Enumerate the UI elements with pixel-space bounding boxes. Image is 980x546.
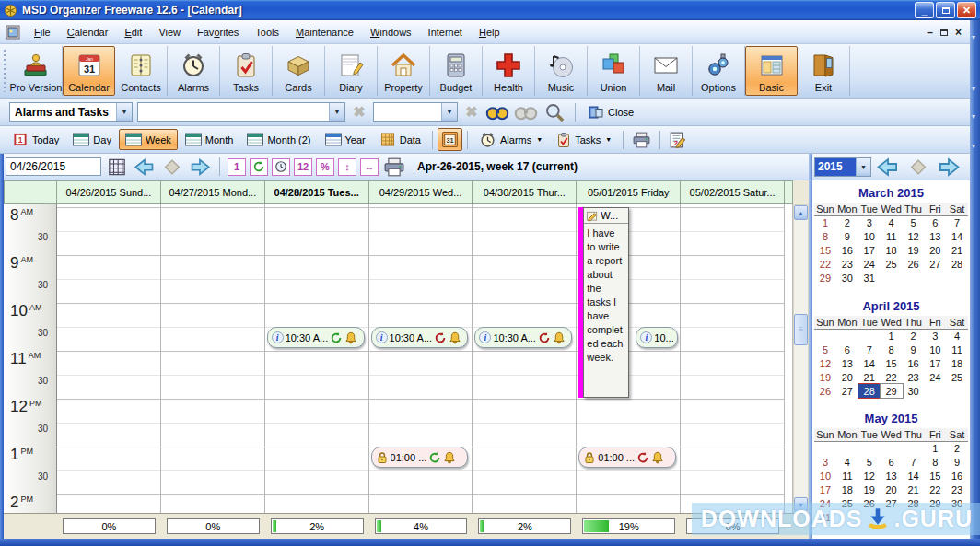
toolbar-pro-version-button[interactable]: Pro Version	[10, 46, 63, 96]
day-header[interactable]: 04/26/2015 Sund...	[57, 180, 161, 204]
toolbar-options-button[interactable]: Options	[693, 46, 745, 96]
view-month-2-button[interactable]: Month (2)	[240, 129, 317, 150]
minical-day[interactable]: 30	[903, 384, 925, 398]
chevron-down-icon[interactable]: ▼	[441, 103, 457, 121]
minical-day[interactable]: 12	[858, 470, 881, 483]
minical-day[interactable]: 13	[924, 230, 946, 244]
day-column[interactable]	[57, 204, 161, 513]
minical-day[interactable]: 23	[836, 258, 858, 272]
mdi-close-button[interactable]: ×	[955, 26, 962, 39]
minical-day[interactable]: 6	[836, 343, 858, 356]
scroll-up-button[interactable]: ▲	[794, 205, 808, 220]
scrollbar-thumb[interactable]: ≡	[794, 314, 808, 345]
minimize-button[interactable]: _	[915, 2, 934, 18]
menu-edit[interactable]: Edit	[116, 22, 150, 42]
alarms-dropdown-button[interactable]: Alarms▼	[472, 127, 549, 152]
minical-day[interactable]: 4	[836, 456, 858, 470]
category-combobox[interactable]: Alarms and Tasks ▼	[9, 102, 133, 122]
minical-day[interactable]: 28	[946, 258, 968, 272]
toolbar-cards-button[interactable]: Cards	[273, 46, 325, 96]
menu-tools[interactable]: Tools	[247, 22, 287, 42]
mdi-minimize-button[interactable]: –	[927, 26, 933, 39]
view-week-button[interactable]: Week	[119, 129, 178, 150]
next-week-button[interactable]	[188, 157, 212, 177]
find-binoculars-icon[interactable]	[485, 102, 509, 122]
day-column[interactable]	[161, 204, 265, 513]
calendar-picker-icon[interactable]	[105, 157, 129, 177]
chevron-down-icon[interactable]: ▼	[116, 103, 132, 121]
minical-day[interactable]: 2	[836, 216, 858, 230]
toolbar-alarms-button[interactable]: Alarms	[168, 46, 220, 96]
current-week-button[interactable]	[160, 157, 184, 177]
prev-week-button[interactable]	[133, 157, 157, 177]
minical-day[interactable]: 20	[924, 244, 946, 258]
minical-day[interactable]: 17	[924, 356, 946, 370]
mdi-restore-button[interactable]	[940, 26, 948, 39]
minical-day[interactable]: 5	[814, 343, 836, 356]
minical-day[interactable]: 11	[836, 470, 858, 483]
minical-day[interactable]: 23	[946, 483, 968, 497]
minical-day[interactable]: 19	[903, 244, 925, 258]
minical-day[interactable]: 18	[881, 244, 903, 258]
minical-day[interactable]: 16	[946, 470, 968, 483]
minical-day[interactable]: 14	[946, 230, 968, 244]
minical-day[interactable]: 20	[836, 370, 858, 384]
minical-day[interactable]: 16	[836, 244, 858, 258]
minical-day[interactable]: 28	[858, 384, 881, 398]
toolbar-tasks-button[interactable]: Tasks	[220, 46, 273, 96]
close-view-button[interactable]: Close	[584, 103, 641, 122]
refresh-button[interactable]	[250, 158, 268, 176]
minical-day[interactable]: 7	[946, 216, 968, 230]
minical-day[interactable]: 8	[924, 456, 946, 470]
fit-horizontal-button[interactable]: ↔	[360, 158, 379, 176]
view-year-button[interactable]: Year	[319, 129, 372, 150]
vertical-scrollbar[interactable]: ▲ ≡ ▼	[793, 204, 809, 513]
minical-day[interactable]: 29	[881, 384, 903, 398]
clear-filter-button[interactable]: ✖	[462, 103, 481, 121]
minical-day[interactable]: 17	[858, 244, 881, 258]
minical-day[interactable]: 1	[814, 216, 836, 230]
minical-day[interactable]: 9	[903, 343, 925, 356]
minical-day[interactable]: 3	[814, 456, 836, 470]
minical-day[interactable]: 14	[903, 470, 925, 483]
menu-view[interactable]: View	[150, 22, 189, 42]
minical-day[interactable]: 24	[924, 370, 946, 384]
minical-day[interactable]: 4	[946, 329, 968, 343]
day-header[interactable]: 04/28/2015 Tues...	[265, 180, 369, 204]
minical-day[interactable]: 6	[924, 216, 946, 230]
minical-day[interactable]: 8	[814, 230, 836, 244]
minical-day[interactable]: 16	[903, 356, 925, 370]
calendar-event[interactable]: i10...	[636, 327, 678, 348]
minical-day[interactable]: 2	[946, 442, 968, 456]
minical-day[interactable]: 21	[858, 370, 881, 384]
minical-day[interactable]: 8	[881, 343, 903, 356]
chevron-down-icon[interactable]: ▼	[856, 158, 870, 176]
minical-day[interactable]: 1	[881, 329, 903, 343]
view-month-button[interactable]: Month	[179, 129, 240, 150]
minical-day[interactable]: 25	[881, 258, 903, 272]
minical-day[interactable]: 10	[858, 230, 881, 244]
printer-icon[interactable]	[628, 129, 655, 151]
printer-icon[interactable]	[382, 157, 406, 177]
minical-day[interactable]: 24	[858, 258, 881, 272]
next-months-button[interactable]	[935, 157, 962, 177]
menu-calendar[interactable]: Calendar	[59, 22, 117, 42]
day-header[interactable]: 05/02/2015 Satur...	[681, 180, 785, 204]
toolbar-calendar-button[interactable]: Jan31Calendar	[63, 46, 115, 96]
edit-report-icon[interactable]: 2	[665, 129, 689, 151]
minical-day[interactable]: 2	[903, 329, 925, 343]
close-button[interactable]: ✕	[957, 2, 976, 18]
date-time-button[interactable]: 12	[294, 158, 312, 176]
minical-day[interactable]: 10	[924, 343, 946, 356]
minical-day[interactable]: 22	[814, 258, 836, 272]
clear-search-button[interactable]: ✖	[350, 103, 368, 121]
minical-day[interactable]: 19	[814, 370, 836, 384]
minical-day[interactable]: 23	[903, 370, 925, 384]
fit-vertical-button[interactable]: ↕	[338, 158, 356, 176]
day-column[interactable]	[265, 204, 369, 513]
toolbar-grip[interactable]	[2, 50, 8, 92]
calendar-event[interactable]: i10:30 A...	[371, 327, 469, 348]
minical-day[interactable]: 15	[924, 470, 946, 483]
minical-day[interactable]: 15	[814, 244, 836, 258]
toolbar-budget-button[interactable]: Budget	[430, 46, 483, 96]
